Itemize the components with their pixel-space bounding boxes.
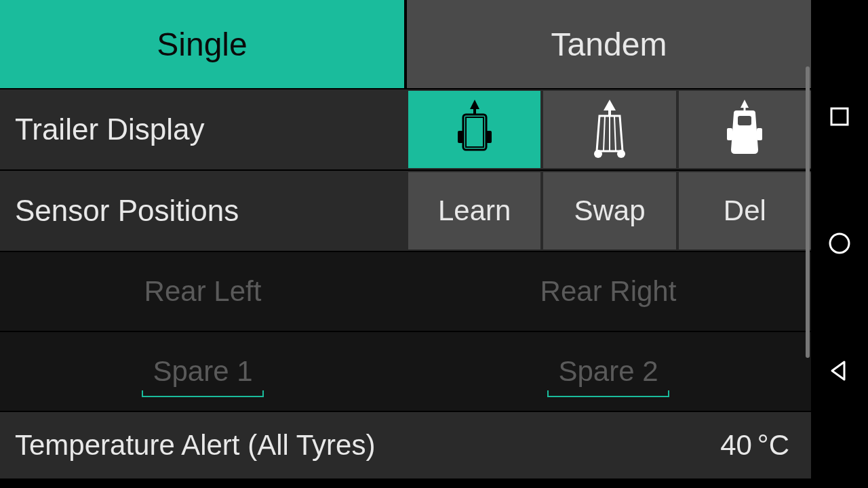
svg-rect-18 [831, 108, 848, 125]
sensor-positions-row: Sensor Positions Learn Swap Del [0, 169, 811, 251]
svg-rect-17 [757, 128, 762, 140]
delete-button[interactable]: Del [679, 172, 811, 249]
sensor-positions-label: Sensor Positions [0, 171, 406, 251]
temperature-unit: °C [757, 429, 789, 462]
trailer-type-caravan[interactable] [679, 91, 811, 168]
spare1-label: Spare 1 [153, 355, 252, 388]
square-icon [829, 106, 850, 127]
svg-marker-13 [741, 100, 749, 108]
svg-marker-6 [604, 100, 616, 110]
svg-rect-5 [486, 131, 492, 143]
scrollbar[interactable] [806, 66, 810, 358]
temperature-alert-label: Temperature Alert (All Tyres) [15, 429, 720, 462]
home-button[interactable] [827, 231, 852, 256]
spare2-input[interactable]: Spare 2 [406, 332, 811, 411]
svg-point-19 [830, 234, 849, 253]
trailer-display-row: Trailer Display [0, 88, 811, 169]
cargo-trailer-icon [451, 96, 498, 163]
svg-point-12 [617, 150, 625, 158]
android-navbar [811, 0, 868, 488]
back-button[interactable] [828, 359, 851, 382]
trailer-display-options [406, 89, 811, 169]
settings-screen: Single Tandem Trailer Display [0, 0, 811, 488]
open-trailer-icon [586, 96, 633, 163]
svg-rect-3 [466, 117, 484, 147]
rear-left-cell[interactable]: Rear Left [0, 252, 406, 331]
learn-button[interactable]: Learn [408, 172, 540, 249]
spare-positions-row: Spare 1 Spare 2 [0, 331, 811, 411]
rear-positions-row: Rear Left Rear Right [0, 251, 811, 331]
trailer-display-label: Trailer Display [0, 89, 406, 169]
trailer-type-cargo[interactable] [408, 91, 540, 168]
temperature-value: 40 [720, 429, 757, 462]
tab-single[interactable]: Single [0, 0, 404, 88]
svg-line-8 [604, 116, 605, 151]
svg-point-11 [594, 150, 602, 158]
svg-rect-16 [727, 128, 732, 140]
spare1-input[interactable]: Spare 1 [0, 332, 406, 411]
circle-icon [827, 231, 852, 256]
tab-tandem[interactable]: Tandem [407, 0, 811, 88]
svg-marker-0 [470, 100, 479, 109]
back-triangle-icon [828, 359, 851, 382]
swap-button[interactable]: Swap [543, 172, 675, 249]
svg-rect-2 [463, 115, 486, 150]
axle-tabs: Single Tandem [0, 0, 811, 88]
temperature-alert-row[interactable]: Temperature Alert (All Tyres) 40 °C [0, 411, 811, 479]
recents-button[interactable] [829, 106, 850, 127]
spare2-label: Spare 2 [558, 355, 658, 388]
caravan-icon [717, 96, 772, 163]
sensor-positions-actions: Learn Swap Del [406, 171, 811, 251]
svg-marker-20 [832, 362, 844, 380]
svg-rect-4 [458, 131, 463, 143]
svg-rect-15 [738, 116, 751, 125]
svg-line-10 [614, 116, 616, 151]
trailer-type-open[interactable] [543, 91, 675, 168]
rear-right-cell[interactable]: Rear Right [406, 252, 811, 331]
